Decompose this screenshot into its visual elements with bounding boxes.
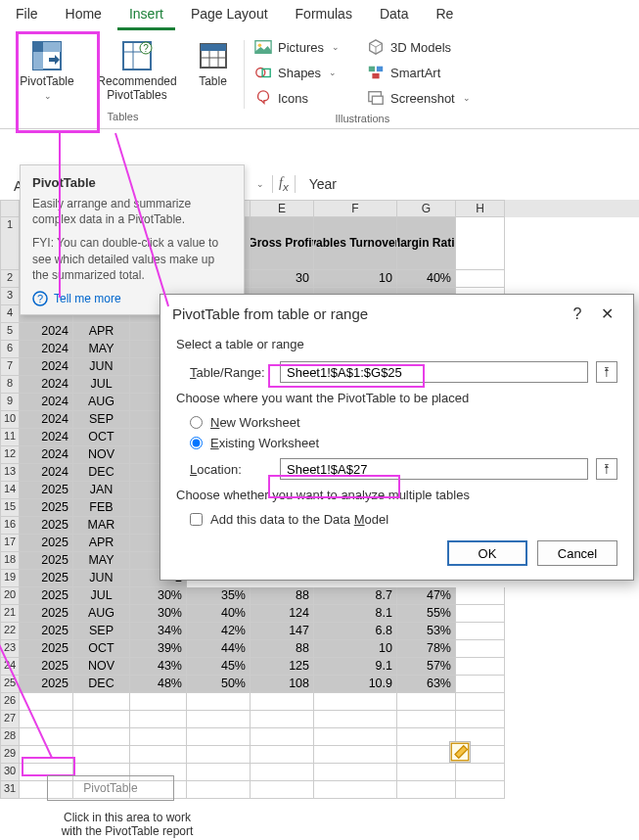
- svg-rect-10: [201, 44, 226, 51]
- table-icon: [198, 40, 229, 71]
- ribbon-group-tables-label: Tables: [108, 107, 139, 126]
- pictures-button[interactable]: Pictures⌄: [249, 36, 345, 58]
- menu-bar: File Home Insert Page Layout Formulas Da…: [0, 0, 639, 30]
- table-button[interactable]: Table: [186, 36, 240, 107]
- svg-rect-1: [33, 42, 43, 52]
- icons-button[interactable]: Icons: [249, 87, 345, 109]
- menu-formulas[interactable]: Formulas: [284, 2, 364, 30]
- pictures-icon: [254, 38, 272, 56]
- menu-data[interactable]: Data: [368, 2, 421, 30]
- shapes-icon: [254, 64, 272, 81]
- svg-rect-19: [377, 67, 383, 71]
- 3d-models-icon: [367, 38, 385, 56]
- pivot-table-icon: [31, 40, 63, 71]
- svg-rect-3: [43, 42, 61, 52]
- svg-rect-18: [369, 67, 375, 71]
- menu-page-layout[interactable]: Page Layout: [179, 2, 280, 30]
- menu-insert[interactable]: Insert: [117, 2, 175, 30]
- menu-file[interactable]: File: [4, 2, 50, 30]
- screenshot-button[interactable]: Screenshot⌄: [361, 87, 477, 109]
- pivot-table-button[interactable]: PivotTable⌄: [6, 36, 88, 107]
- menu-review[interactable]: Re: [425, 2, 466, 30]
- svg-rect-22: [372, 96, 383, 104]
- svg-rect-2: [33, 52, 43, 70]
- recommended-pivot-button[interactable]: ? Recommended PivotTables: [88, 36, 186, 107]
- 3d-models-button[interactable]: 3D Models: [361, 36, 477, 58]
- icons-icon: [254, 89, 272, 107]
- smartart-button[interactable]: SmartArt: [361, 62, 477, 83]
- svg-text:?: ?: [143, 43, 149, 54]
- ribbon-group-illustrations-label: Illustrations: [336, 109, 390, 128]
- screenshot-icon: [367, 89, 385, 107]
- shapes-button[interactable]: Shapes⌄: [249, 62, 345, 83]
- svg-rect-20: [372, 73, 379, 78]
- ribbon: PivotTable⌄ ? Recommended PivotTables Ta…: [0, 30, 639, 129]
- svg-point-15: [258, 43, 262, 47]
- recommended-pivot-icon: ?: [121, 40, 153, 71]
- smartart-icon: [367, 64, 385, 81]
- menu-home[interactable]: Home: [54, 2, 114, 30]
